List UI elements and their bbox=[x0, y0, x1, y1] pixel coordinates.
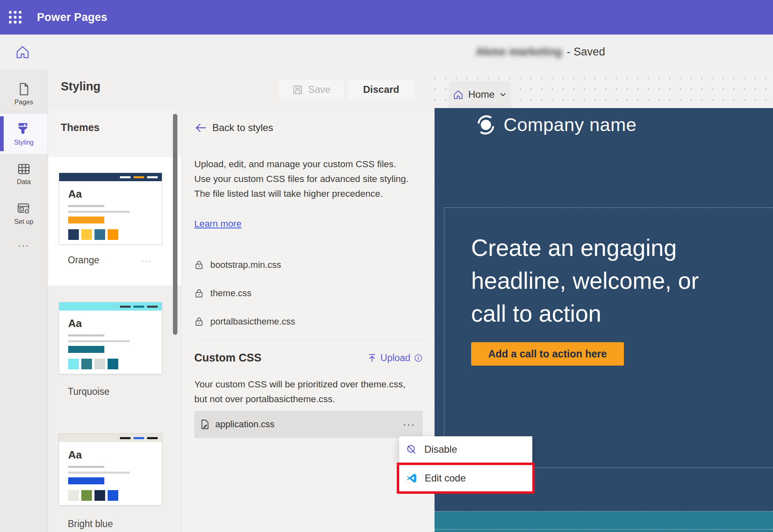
save-status: - Saved bbox=[567, 46, 605, 58]
sidebar-item-pages[interactable]: Pages bbox=[0, 74, 48, 114]
swatch bbox=[94, 490, 105, 501]
swatch bbox=[68, 490, 79, 501]
custom-css-title: Custom CSS bbox=[194, 352, 262, 364]
vscode-icon bbox=[406, 472, 417, 484]
navbar-dash bbox=[147, 437, 158, 439]
file-name: portalbasictheme.css bbox=[210, 316, 295, 327]
back-arrow-icon bbox=[194, 122, 207, 134]
back-to-styles-label: Back to styles bbox=[212, 122, 273, 134]
swatch bbox=[68, 229, 79, 240]
upload-label: Upload bbox=[380, 352, 410, 364]
page-selector-home[interactable]: Home bbox=[449, 81, 511, 108]
custom-css-panel: Back to styles Upload, edit, and manage … bbox=[181, 110, 427, 532]
list-item: bootstrap.min.css bbox=[194, 251, 416, 279]
sample-accent-block bbox=[68, 216, 104, 223]
power-pages-app: Power Pages Akme marketing - Saved Pages… bbox=[0, 0, 773, 532]
theme-more-button[interactable]: ... bbox=[142, 256, 152, 263]
rail-more-button[interactable]: ... bbox=[0, 233, 48, 254]
menu-item-label: Edit code bbox=[425, 472, 466, 484]
toolbar: Akme marketing - Saved bbox=[0, 35, 773, 69]
sidebar-item-styling[interactable]: Styling bbox=[0, 114, 48, 154]
sample-line bbox=[68, 340, 130, 342]
themes-title: Themes bbox=[61, 122, 99, 134]
lock-icon bbox=[194, 317, 204, 327]
file-name: bootstrap.min.css bbox=[210, 260, 281, 270]
swatch bbox=[81, 229, 92, 240]
waffle-icon[interactable] bbox=[6, 8, 25, 27]
sample-line bbox=[68, 466, 104, 468]
site-title: Akme marketing - Saved bbox=[476, 35, 605, 69]
back-to-styles-link[interactable]: Back to styles bbox=[194, 122, 273, 134]
page-selector-label: Home bbox=[468, 89, 495, 100]
discard-button[interactable]: Discard bbox=[348, 80, 414, 99]
swatch bbox=[68, 359, 79, 369]
navbar-dash bbox=[120, 306, 131, 308]
context-menu: Disable bbox=[399, 436, 532, 463]
theme-preview-navbar bbox=[59, 173, 162, 181]
themes-header: Themes bbox=[48, 110, 181, 157]
theme-sample-text: Aa bbox=[68, 449, 82, 461]
home-icon bbox=[15, 44, 30, 60]
theme-preview-navbar bbox=[59, 302, 162, 311]
custom-css-file-row[interactable]: application.css ··· bbox=[194, 411, 423, 438]
app-title: Power Pages bbox=[37, 11, 107, 24]
company-header: Company name bbox=[475, 114, 637, 136]
menu-item-label: Disable bbox=[424, 444, 457, 455]
theme-card-orange[interactable]: Aa bbox=[59, 173, 162, 245]
swatch bbox=[94, 359, 105, 369]
navbar-dash bbox=[147, 176, 158, 178]
navbar-dash bbox=[147, 306, 158, 308]
menu-item-disable[interactable]: Disable bbox=[399, 436, 532, 463]
save-icon bbox=[292, 84, 303, 95]
navbar-dash bbox=[133, 437, 144, 439]
scrollbar-thumb[interactable] bbox=[173, 114, 177, 335]
navbar-dash bbox=[120, 437, 131, 439]
home-button[interactable] bbox=[13, 43, 32, 62]
page-title: Styling bbox=[61, 80, 101, 93]
custom-css-file-name: application.css bbox=[215, 419, 274, 430]
theme-label-turquoise: Turquoise bbox=[68, 386, 109, 397]
sidebar-item-label: Data bbox=[17, 178, 31, 186]
cta-button[interactable]: Add a call to action here bbox=[471, 342, 624, 366]
sample-accent-block bbox=[68, 477, 104, 484]
learn-more-link[interactable]: Learn more bbox=[194, 219, 242, 229]
locked-file-list: bootstrap.min.css theme.css portalbasict… bbox=[194, 251, 416, 336]
theme-preview-navbar bbox=[59, 434, 162, 442]
paintbrush-icon bbox=[16, 122, 31, 136]
menu-item-edit-code[interactable]: Edit code bbox=[399, 465, 532, 491]
file-more-button[interactable]: ··· bbox=[403, 419, 415, 430]
sample-line bbox=[68, 334, 104, 336]
info-icon[interactable] bbox=[414, 354, 423, 362]
theme-sample-text: Aa bbox=[68, 188, 82, 200]
theme-label-orange: Orange bbox=[68, 255, 99, 266]
sidebar-item-data[interactable]: Data bbox=[0, 154, 48, 193]
sidebar-item-setup[interactable]: Set up bbox=[0, 193, 48, 233]
save-button[interactable]: Save bbox=[278, 80, 344, 99]
app-rail: Pages Styling Data S bbox=[0, 69, 48, 532]
sample-line bbox=[68, 205, 104, 207]
custom-css-header: Custom CSS Upload bbox=[194, 348, 423, 367]
upload-icon bbox=[368, 353, 377, 362]
css-description: Upload, edit, and manage your custom CSS… bbox=[194, 157, 413, 201]
theme-card-bright-blue[interactable]: Aa bbox=[59, 433, 162, 506]
sidebar-item-label: Set up bbox=[14, 218, 33, 226]
theme-label-bright-blue: Bright blue bbox=[68, 518, 113, 530]
swatch bbox=[108, 490, 118, 501]
chevron-down-icon bbox=[499, 91, 507, 99]
theme-card-turquoise[interactable]: Aa bbox=[59, 302, 162, 374]
company-logo-icon bbox=[475, 114, 497, 136]
swatch bbox=[81, 490, 92, 501]
site-name-blurred: Akme marketing bbox=[476, 46, 562, 58]
file-edit-icon bbox=[200, 419, 210, 430]
hero-headline[interactable]: Create an engaging headline, welcome, or… bbox=[471, 231, 734, 330]
list-item: theme.css bbox=[194, 279, 416, 307]
list-item: portalbasictheme.css bbox=[194, 307, 416, 336]
sample-line bbox=[68, 472, 130, 474]
swatch bbox=[81, 359, 92, 369]
save-button-label: Save bbox=[308, 84, 331, 95]
theme-sample-text: Aa bbox=[68, 317, 82, 330]
theme-swatches bbox=[68, 359, 118, 369]
suite-header: Power Pages bbox=[0, 0, 773, 35]
navbar-dash bbox=[133, 176, 144, 178]
upload-button[interactable]: Upload bbox=[368, 352, 423, 364]
